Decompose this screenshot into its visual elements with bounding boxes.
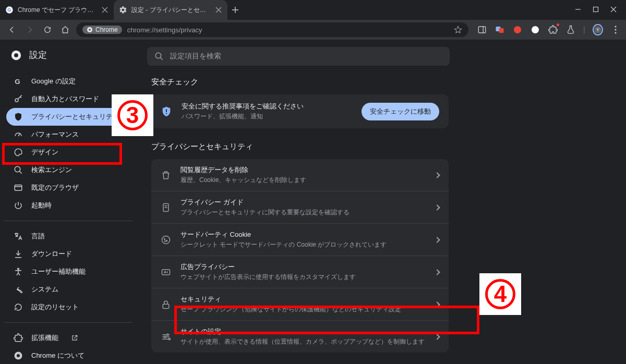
svg-text:G: G [15,78,20,86]
back-button[interactable] [5,23,19,37]
chevron-right-icon [434,237,440,242]
ads-icon [161,267,171,277]
settings-header: 設定 [0,47,137,72]
safety-check-button[interactable]: 安全チェックに移動 [362,103,439,120]
privacy-row-ads[interactable]: 広告プライバシーウェブサイトが広告表示に使用する情報をカスタマイズします [151,256,449,288]
svg-point-17 [18,268,19,270]
sidebar-item-label: パフォーマンス [31,130,79,139]
maximize-icon[interactable] [593,5,599,15]
sidebar-item-label: 拡張機能 [31,333,58,343]
svg-point-26 [166,240,167,241]
row-title: サードパーティ Cookie [180,230,426,239]
forward-button[interactable] [23,23,37,37]
svg-point-25 [164,238,165,239]
privacy-row-trash[interactable]: 閲覧履歴データを削除履歴、Cookie、キャッシュなどを削除します [151,159,449,191]
privacy-row-tune[interactable]: サイトの設定サイトが使用、表示できる情報（位置情報、カメラ、ポップアップなど）を… [151,320,449,353]
external-link-icon [71,334,78,342]
sidebar-item-label: 言語 [31,232,45,241]
sidebar-item-label: デザイン [31,148,58,157]
search-icon [14,165,23,175]
tab-title: Chrome でセーフ ブラウジングの保… [18,6,97,15]
privacy-row-cookie[interactable]: サードパーティ Cookieシークレット モードでサードパーティの Cookie… [151,223,449,256]
settings-search[interactable]: 設定項目を検索 [147,47,450,66]
sidebar-item-key[interactable]: 自動入力とパスワード [6,90,127,108]
privacy-row-guide[interactable]: プライバシー ガイドプライバシーとセキュリティに関する重要な設定を確認する [151,191,449,223]
chevron-right-icon [434,334,440,339]
sidebar-item-reset[interactable]: 設定のリセット [6,298,127,316]
sidebar-item-browser[interactable]: 既定のブラウザ [6,179,127,197]
section-title-safety: 安全チェック [151,77,626,87]
sidebar-item-search[interactable]: 検索エンジン [6,161,127,179]
chrome-logo-icon [10,50,22,61]
circle-icon[interactable] [530,25,540,35]
tab-inactive[interactable]: G Chrome でセーフ ブラウジングの保… [0,0,114,20]
sidebar-item-chrome[interactable]: Chrome について [6,347,127,364]
svg-rect-22 [166,113,167,114]
safety-check-card: 安全に関する推奨事項をご確認ください パスワード、拡張機能、通知 安全チェックに… [151,94,449,128]
sidebar-divider [4,322,133,323]
svg-text:G: G [7,7,11,13]
accessibility-icon [14,267,23,276]
translate-icon [14,232,23,241]
sidebar-item-translate[interactable]: 言語 [6,227,127,245]
google-g-icon: G [5,6,14,14]
svg-point-30 [167,334,168,335]
sidebar-item-puzzle[interactable]: 拡張機能 [6,329,127,347]
minimize-icon[interactable] [575,5,581,15]
privacy-row-lock[interactable]: セキュリティセーフ ブラウジング（危険なサイトからの保護機能）などのセキュリティ… [151,288,449,320]
sidebar-item-label: 検索エンジン [31,165,72,175]
sidebar-item-palette[interactable]: デザイン [6,143,127,161]
tab-title: 設定 - プライバシーとセキュリティ [131,6,211,15]
sidebar-divider [4,221,133,221]
row-subtitle: 履歴、Cookie、キャッシュなどを削除します [180,176,426,185]
row-title: 閲覧履歴データを削除 [180,165,426,175]
tune-icon [161,332,171,342]
shield-warn-icon [161,106,172,117]
close-icon[interactable] [101,6,109,14]
sidebar-item-label: 起動時 [31,201,52,210]
sidebar-item-label: ダウンロード [31,249,72,259]
recording-icon[interactable] [512,25,523,35]
download-icon [14,249,23,259]
avatar[interactable]: Y [593,25,603,35]
svg-rect-2 [594,7,598,12]
sidebar-item-power[interactable]: 起動時 [6,197,127,214]
sidebar-item-label: システム [31,285,58,294]
new-tab-button[interactable] [227,0,243,20]
gauge-icon [14,130,23,139]
star-icon[interactable] [454,26,462,34]
sidebar-item-google-g[interactable]: GGoogle の設定 [6,72,127,90]
sidebar-item-shield-priv[interactable]: プライバシーとセキュリティ [6,108,127,126]
titlebar: G Chrome でセーフ ブラウジングの保… 設定 - プライバシーとセキュリ… [0,0,626,20]
sidebar-item-download[interactable]: ダウンロード [6,245,127,263]
sidebar-item-accessibility[interactable]: ユーザー補助機能 [6,263,127,281]
sidebar-item-wrench[interactable]: システム [6,281,127,298]
sidebar-item-gauge[interactable]: パフォーマンス [6,126,127,143]
close-window-icon[interactable] [610,5,617,15]
translate-ext-icon[interactable] [495,25,505,35]
chevron-right-icon [434,172,440,178]
svg-point-15 [15,166,20,172]
close-icon[interactable] [215,6,222,14]
safety-subtitle: パスワード、拡張機能、通知 [182,112,352,121]
row-title: セキュリティ [180,295,426,304]
omnibox[interactable]: Chrome chrome://settings/privacy [76,22,468,37]
kebab-menu-icon[interactable] [610,25,621,35]
svg-rect-29 [163,304,169,308]
chevron-right-icon [434,204,440,210]
svg-point-9 [615,29,616,30]
home-button[interactable] [58,23,72,37]
chrome-scheme-chip: Chrome [82,26,122,34]
tab-active[interactable]: 設定 - プライバシーとセキュリティ [114,0,227,20]
extensions-icon[interactable] [548,25,558,35]
svg-point-24 [162,236,170,244]
section-title-privacy: プライバシーとセキュリティ [151,142,626,152]
reset-icon [14,302,23,312]
labs-icon[interactable] [565,25,576,35]
reload-button[interactable] [41,23,54,37]
palette-icon [14,148,23,157]
panel-icon[interactable] [477,25,487,35]
lock-icon [161,299,171,310]
privacy-card: 閲覧履歴データを削除履歴、Cookie、キャッシュなどを削除しますプライバシー … [151,159,449,353]
svg-point-8 [615,26,616,27]
